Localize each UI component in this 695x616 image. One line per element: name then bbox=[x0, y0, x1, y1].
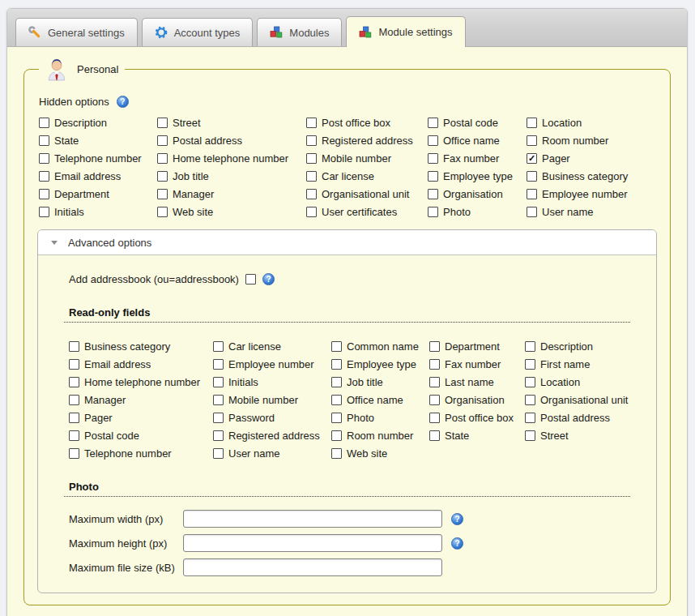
checkbox-option[interactable]: Description bbox=[525, 340, 628, 353]
checkbox[interactable] bbox=[39, 189, 49, 199]
checkbox-option[interactable]: Business category bbox=[527, 170, 628, 182]
checkbox[interactable] bbox=[429, 395, 440, 405]
checkbox-option[interactable]: Office name bbox=[428, 135, 527, 147]
tab-module-settings[interactable]: Module settings bbox=[346, 16, 465, 47]
checkbox-option[interactable]: Location bbox=[525, 376, 628, 388]
checkbox[interactable] bbox=[157, 171, 168, 182]
checkbox[interactable] bbox=[428, 207, 438, 217]
checkbox[interactable] bbox=[39, 118, 49, 128]
checkbox[interactable] bbox=[527, 135, 537, 146]
checkbox-option[interactable]: Postal code bbox=[69, 430, 213, 442]
checkbox[interactable] bbox=[213, 395, 224, 405]
checkbox[interactable] bbox=[331, 430, 342, 441]
checkbox-option[interactable]: Registered address bbox=[306, 135, 428, 147]
checkbox[interactable] bbox=[69, 341, 79, 352]
checkbox-option[interactable]: Office name bbox=[331, 394, 429, 406]
checkbox-option[interactable]: Location bbox=[527, 117, 628, 129]
checkbox[interactable] bbox=[157, 153, 168, 164]
checkbox[interactable] bbox=[157, 189, 168, 199]
checkbox-option[interactable]: Registered address bbox=[213, 430, 331, 442]
checkbox[interactable] bbox=[428, 153, 438, 164]
checkbox-option[interactable]: User certificates bbox=[306, 206, 428, 218]
checkbox-option[interactable]: Organisational unit bbox=[306, 188, 428, 200]
checkbox[interactable] bbox=[69, 413, 79, 423]
checkbox-option[interactable]: Fax number bbox=[428, 152, 527, 165]
help-icon[interactable]: ? bbox=[451, 513, 463, 525]
checkbox-option[interactable]: Web site bbox=[157, 206, 306, 218]
checkbox-option[interactable]: Organisation bbox=[429, 394, 525, 406]
checkbox[interactable] bbox=[428, 135, 438, 146]
checkbox-option[interactable]: Password bbox=[213, 412, 331, 424]
checkbox[interactable] bbox=[306, 171, 317, 182]
checkbox-option[interactable]: Telephone number bbox=[69, 447, 213, 460]
checkbox[interactable] bbox=[213, 430, 224, 441]
checkbox-option[interactable]: Street bbox=[157, 117, 306, 129]
help-icon[interactable]: ? bbox=[451, 537, 463, 550]
checkbox[interactable] bbox=[69, 448, 79, 459]
checkbox[interactable] bbox=[306, 207, 317, 217]
checkbox[interactable] bbox=[69, 359, 79, 370]
checkbox[interactable] bbox=[527, 207, 537, 217]
checkbox[interactable] bbox=[527, 118, 537, 128]
checkbox[interactable] bbox=[331, 395, 342, 405]
checkbox[interactable] bbox=[331, 359, 342, 370]
checkbox[interactable] bbox=[213, 448, 224, 459]
checkbox-option[interactable]: Pager bbox=[69, 412, 213, 424]
checkbox[interactable] bbox=[213, 341, 224, 352]
checkbox-option[interactable]: Business category bbox=[69, 340, 213, 353]
checkbox[interactable] bbox=[331, 448, 342, 459]
checkbox[interactable] bbox=[213, 413, 224, 423]
checkbox-option[interactable]: Job title bbox=[331, 376, 429, 388]
checkbox[interactable] bbox=[525, 359, 535, 370]
checkbox-option[interactable]: First name bbox=[525, 358, 628, 370]
checkbox[interactable] bbox=[306, 153, 317, 164]
checkbox-option[interactable]: Job title bbox=[157, 170, 306, 182]
checkbox-option[interactable]: Manager bbox=[69, 394, 213, 406]
checkbox[interactable] bbox=[525, 395, 535, 405]
checkbox-option[interactable]: Home telephone number bbox=[157, 152, 306, 165]
checkbox-option[interactable]: Manager bbox=[157, 188, 306, 200]
checkbox-option[interactable]: Mobile number bbox=[306, 152, 428, 165]
checkbox-option[interactable]: Postal address bbox=[525, 412, 628, 424]
checkbox[interactable] bbox=[429, 341, 440, 352]
checkbox[interactable] bbox=[429, 359, 440, 370]
checkbox[interactable] bbox=[39, 135, 49, 146]
checkbox[interactable] bbox=[428, 171, 438, 182]
checkbox-option[interactable]: Telephone number bbox=[39, 152, 157, 165]
checkbox-option[interactable]: Description bbox=[39, 117, 157, 129]
maximum-width-px-input[interactable] bbox=[183, 510, 442, 528]
checkbox-option[interactable]: Fax number bbox=[429, 358, 525, 370]
checkbox-option[interactable]: Initials bbox=[213, 376, 331, 388]
checkbox-option[interactable]: Pager bbox=[527, 152, 628, 165]
checkbox-option[interactable]: Email address bbox=[69, 358, 213, 370]
checkbox[interactable] bbox=[306, 135, 317, 146]
advanced-options-toggle[interactable]: Advanced options bbox=[38, 230, 656, 255]
checkbox-option[interactable]: Postal address bbox=[157, 135, 306, 147]
checkbox[interactable] bbox=[39, 207, 49, 217]
checkbox[interactable] bbox=[213, 359, 224, 370]
checkbox[interactable] bbox=[306, 118, 317, 128]
checkbox-option[interactable]: Employee type bbox=[331, 358, 429, 370]
checkbox-option[interactable]: User name bbox=[527, 206, 628, 218]
checkbox-option[interactable]: Department bbox=[429, 340, 525, 353]
checkbox[interactable] bbox=[331, 341, 342, 352]
tab-general-settings[interactable]: General settings bbox=[15, 18, 138, 46]
checkbox[interactable] bbox=[157, 207, 168, 217]
checkbox-option[interactable]: Employee number bbox=[527, 188, 628, 200]
checkbox[interactable] bbox=[429, 413, 440, 423]
checkbox-option[interactable]: Photo bbox=[428, 206, 527, 218]
checkbox-option[interactable]: Room number bbox=[331, 430, 429, 442]
help-icon[interactable]: ? bbox=[117, 96, 129, 108]
checkbox[interactable] bbox=[213, 377, 224, 387]
checkbox-option[interactable]: Car license bbox=[306, 170, 428, 182]
checkbox[interactable] bbox=[39, 153, 49, 164]
checkbox-option[interactable]: Last name bbox=[429, 376, 525, 388]
checkbox-option[interactable]: Postal code bbox=[428, 117, 527, 129]
addressbook-checkbox[interactable] bbox=[245, 274, 256, 284]
checkbox[interactable] bbox=[525, 413, 535, 423]
checkbox[interactable] bbox=[69, 395, 79, 405]
checkbox-option[interactable]: Employee type bbox=[428, 170, 527, 182]
checkbox-option[interactable]: Initials bbox=[39, 206, 157, 218]
checkbox-option[interactable]: Department bbox=[39, 188, 157, 200]
maximum-height-px-input[interactable] bbox=[183, 534, 442, 552]
